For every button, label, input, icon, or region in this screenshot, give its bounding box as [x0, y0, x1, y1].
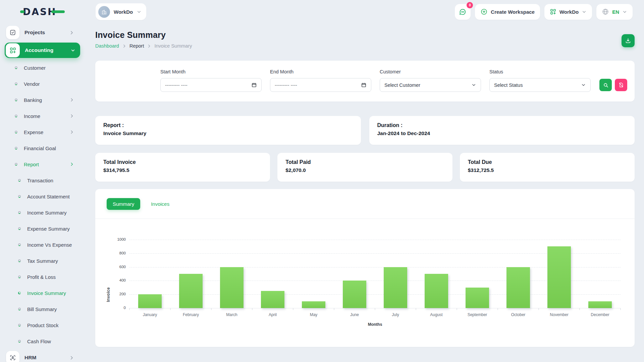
sidebar-item-hrm[interactable]: HRM	[0, 349, 86, 362]
checkbox-icon	[6, 26, 19, 39]
end-month-field: End Month --------- ----	[270, 69, 371, 92]
calendar-icon	[361, 82, 367, 88]
x-axis-tick	[170, 308, 171, 310]
bar-slot: December	[580, 240, 621, 308]
sidebar-item-profit-loss[interactable]: Profit & Loss	[0, 269, 86, 285]
customer-select[interactable]: Select Customer	[380, 78, 481, 92]
sidebar-item-income-vs-expense[interactable]: Income Vs Expense	[0, 237, 86, 253]
workspace-pill[interactable]: WorkDo	[96, 3, 146, 20]
x-axis-tick	[375, 308, 375, 310]
x-axis-tick-label: July	[392, 312, 399, 317]
bar-june[interactable]	[343, 281, 366, 308]
chevron-down-icon	[471, 82, 476, 87]
calendar-icon	[251, 82, 257, 88]
sidebar-item-customer[interactable]: Customer	[0, 60, 86, 76]
end-month-input[interactable]: --------- ----	[270, 78, 371, 92]
chevron-down-icon	[622, 9, 627, 14]
bar-january[interactable]	[138, 294, 162, 308]
x-axis-tick	[293, 308, 293, 310]
bullet-icon	[18, 227, 21, 230]
bar-april[interactable]	[261, 291, 284, 308]
sidebar-item-product-stock[interactable]: Product Stock	[0, 317, 86, 333]
tab-summary[interactable]: Summary	[107, 198, 140, 210]
search-icon	[603, 82, 609, 88]
reset-button[interactable]	[615, 79, 627, 91]
bar-slot: June	[334, 240, 375, 308]
logo-accent-left	[20, 10, 24, 13]
sidebar-item-transaction[interactable]: Transaction	[0, 172, 86, 188]
chart-card: Summary Invoices Invoice 020040060080010…	[95, 189, 635, 347]
create-workspace-button[interactable]: Create Workspace	[475, 4, 540, 20]
x-axis-tick-label: June	[350, 312, 359, 317]
divider	[95, 219, 635, 219]
bar-september[interactable]	[466, 288, 489, 308]
bar-slot: October	[498, 240, 539, 308]
sidebar-item-accounting[interactable]: Accounting	[5, 43, 80, 58]
bar-slot: March	[211, 240, 252, 308]
status-field: Status Select Status	[489, 69, 591, 92]
bullet-icon	[18, 324, 21, 326]
sidebar-item-invoice-summary[interactable]: Invoice Summary	[0, 285, 86, 301]
bar-december[interactable]	[588, 301, 612, 308]
bar-october[interactable]	[506, 267, 530, 308]
language-label: EN	[612, 9, 619, 15]
status-select[interactable]: Select Status	[489, 78, 591, 92]
sidebar-item-income[interactable]: Income	[0, 108, 86, 124]
bar-august[interactable]	[425, 274, 448, 308]
workspace-menu-label: WorkDo	[559, 9, 579, 15]
sidebar-item-label: Accounting	[25, 47, 53, 53]
x-axis-tick	[334, 308, 334, 310]
start-month-input[interactable]: --------- ----	[160, 78, 262, 92]
x-axis-tick	[416, 308, 416, 310]
duration-card-title: Duration :	[377, 122, 627, 128]
sidebar-item-tax-summary[interactable]: Tax Summary	[0, 253, 86, 269]
x-axis-tick-label: September	[468, 312, 487, 317]
sidebar-item-income-summary[interactable]: Income Summary	[0, 204, 86, 221]
bullet-icon	[15, 99, 17, 101]
y-axis-tick-label: 200	[119, 292, 126, 296]
status-label: Status	[489, 69, 591, 74]
sidebar-item-banking[interactable]: Banking	[0, 92, 86, 108]
bar-may[interactable]	[302, 301, 325, 308]
sidebar-item-bill-summary[interactable]: Bill Summary	[0, 301, 86, 317]
stat-value: $2,070.0	[285, 167, 444, 173]
bar-july[interactable]	[384, 267, 407, 308]
bullet-icon	[18, 211, 21, 214]
x-axis-tick-label: November	[550, 312, 568, 317]
x-axis-tick-label: August	[430, 312, 442, 317]
chevron-right-icon	[69, 130, 74, 134]
total-paid-card: Total Paid $2,070.0	[277, 153, 452, 182]
x-axis-tick-label: October	[511, 312, 526, 317]
bar-march[interactable]	[220, 267, 244, 308]
bar-november[interactable]	[547, 246, 571, 308]
bar-slot: January	[129, 240, 170, 308]
workspace-menu-button[interactable]: WorkDo	[544, 4, 592, 20]
bar-slot: August	[416, 240, 457, 308]
search-button[interactable]	[599, 79, 612, 91]
stat-label: Total Invoice	[103, 159, 262, 165]
sidebar-item-cash-flow[interactable]: Cash Flow	[0, 333, 86, 349]
bar-february[interactable]	[179, 274, 203, 308]
chart-plot: 02004006008001000JanuaryFebruaryMarchApr…	[129, 240, 621, 308]
messages-button[interactable]: 0	[455, 4, 471, 20]
tab-invoices[interactable]: Invoices	[145, 198, 175, 210]
chevron-down-icon	[70, 48, 75, 53]
breadcrumb-report[interactable]: Report	[129, 43, 144, 49]
customer-field: Customer Select Customer	[380, 69, 481, 92]
breadcrumb-dashboard[interactable]: Dashboard	[95, 43, 119, 49]
sidebar-item-expense-summary[interactable]: Expense Summary	[0, 221, 86, 237]
language-selector[interactable]: EN	[596, 4, 633, 20]
sidebar-item-financial-goal[interactable]: Financial Goal	[0, 140, 86, 156]
sidebar-item-projects[interactable]: Projects	[0, 24, 86, 41]
sidebar-item-report[interactable]: Report	[0, 156, 86, 172]
x-axis-tick-label: December	[591, 312, 609, 317]
download-button[interactable]	[622, 34, 635, 47]
app-logo[interactable]: DASH	[20, 6, 86, 17]
bullet-icon	[18, 243, 21, 246]
chevron-down-icon	[582, 9, 587, 14]
notification-badge: 0	[467, 2, 473, 8]
sidebar-item-vendor[interactable]: Vendor	[0, 76, 86, 92]
sidebar-item-expense[interactable]: Expense	[0, 124, 86, 140]
sidebar-item-account-statement[interactable]: Account Statement	[0, 188, 86, 204]
sidebar-item-label: Projects	[24, 29, 45, 36]
